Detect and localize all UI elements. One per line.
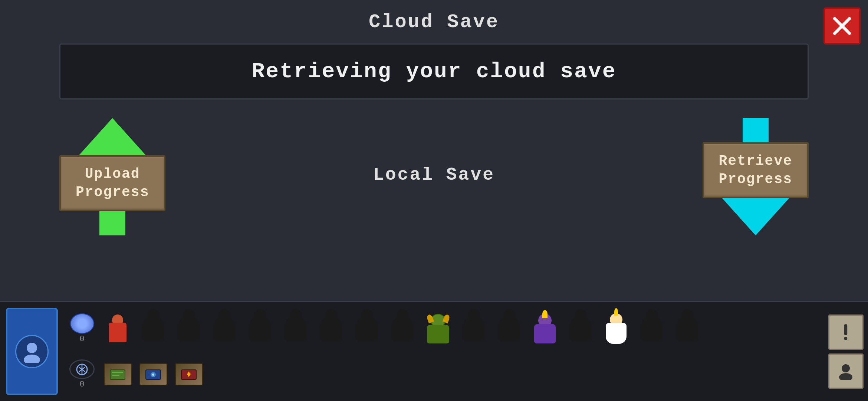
svg-point-19 [842,364,850,372]
char-slot-7 [315,312,348,345]
item-card-icon-1 [108,367,127,382]
upload-button[interactable]: Upload Progress [59,155,165,211]
item-card-icon-3 [180,367,198,382]
hero3-icon [532,314,558,343]
arrow-down-head [722,198,789,235]
silhouette-icon [178,316,200,342]
items-scroll: 0 [62,302,823,401]
char-slot-3 [172,312,206,345]
item-slot-2 [137,359,170,389]
upload-group: Upload Progress [59,118,165,235]
hero2-icon [424,314,452,343]
char-slot-12 [493,312,526,345]
items-row: 0 [62,352,823,401]
svg-rect-10 [112,375,119,376]
item-slot-3 [172,359,206,389]
arrow-down-stem [743,118,769,142]
char-slot-1 [101,312,134,345]
char-slot-2 [137,312,170,345]
svg-rect-18 [844,337,847,340]
currency-slot: 0 [65,312,99,345]
svg-rect-9 [112,372,123,373]
bottom-bar: 0 [0,301,868,401]
silhouette-icon [676,316,698,342]
account-button[interactable] [828,353,864,389]
arrow-up-stem [99,211,125,235]
close-button[interactable] [823,7,861,45]
exclamation-icon [836,323,855,341]
char-slot-14 [564,312,597,345]
retrieve-group: Retrieve Progress [703,118,809,235]
skill-slot: 0 [65,359,99,389]
item-card-3 [175,363,203,385]
exclamation-button[interactable] [828,314,864,350]
avatar-icon [21,340,43,363]
silhouette-icon [356,316,378,342]
silhouette-icon [142,316,164,342]
close-icon [831,15,853,37]
item-slot-1 [101,359,134,389]
skill-symbol [75,362,89,377]
profile-avatar[interactable] [6,308,58,395]
char-slot-11 [457,312,490,345]
local-save-label: Local Save [165,165,702,185]
account-icon [836,362,855,380]
upload-arrow-up: Upload Progress [59,118,165,235]
skill-count: 0 [79,380,84,389]
svg-point-13 [152,374,154,376]
char-slot-10 [421,312,455,345]
currency-count: 0 [79,335,84,344]
arrow-up-head [79,118,146,155]
svg-point-20 [839,373,852,380]
char-slot-15 [599,312,633,345]
characters-row: 0 [62,302,823,352]
char-slot-17 [671,312,704,345]
local-save-area: Local Save [165,169,702,185]
char-slot-13 [528,312,562,345]
silhouette-icon [463,316,485,342]
item-card-icon-2 [144,367,162,382]
svg-rect-17 [844,324,847,335]
silhouette-icon [285,316,307,342]
hero1-icon [108,314,128,342]
silhouette-icon [641,316,663,342]
item-card-1 [104,363,132,385]
svg-point-3 [24,355,40,363]
page-title: Cloud Save [369,11,499,33]
avatar-inner [15,335,49,368]
char-slot-16 [635,312,668,345]
retrieve-button[interactable]: Retrieve Progress [703,142,809,198]
actions-area: Upload Progress Local Save Retrieve Prog… [59,118,809,235]
silhouette-icon [391,316,414,342]
currency-icon [70,313,94,334]
silhouette-icon [249,316,271,342]
char-slot-4 [208,312,241,345]
right-sidebar [823,302,868,401]
status-text: Retrieving your cloud save [83,59,785,84]
hero4-icon [604,313,629,344]
char-slot-6 [279,312,312,345]
svg-point-2 [27,343,37,353]
retrieve-arrow-down: Retrieve Progress [703,118,809,235]
char-slot-9 [386,312,419,345]
status-banner: Retrieving your cloud save [59,43,809,100]
silhouette-icon [320,316,342,342]
char-slot-5 [243,312,277,345]
silhouette-icon [569,316,592,342]
char-slot-8 [350,312,384,345]
item-card-2 [139,363,167,385]
silhouette-icon [213,316,236,342]
silhouette-icon [498,316,520,342]
skill-icon [69,359,95,379]
